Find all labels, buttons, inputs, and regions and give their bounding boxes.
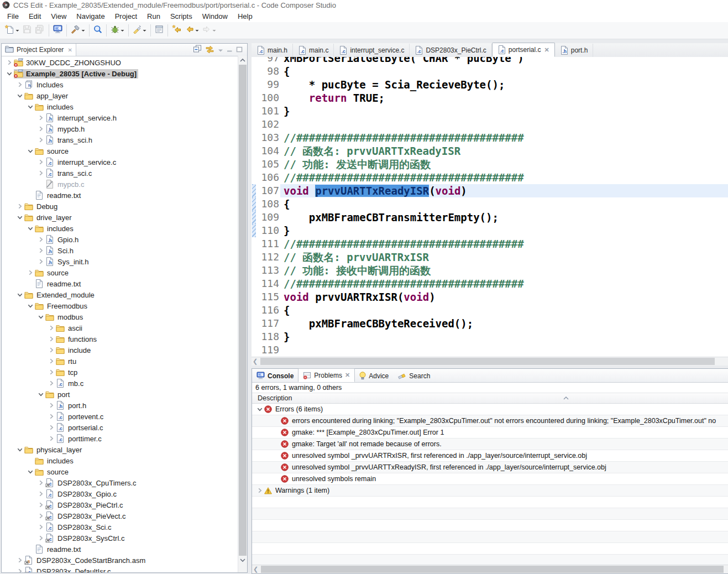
expander-closed-icon[interactable] — [36, 135, 45, 144]
line-number[interactable]: 106 — [256, 171, 279, 184]
expander-closed-icon[interactable] — [36, 534, 45, 542]
tree-item-interrupt_service.c[interactable]: .cinterrupt_service.c — [2, 156, 238, 168]
expander-closed-icon[interactable] — [36, 500, 45, 509]
tab-search[interactable]: Search — [393, 369, 434, 382]
tree-item-example_28035-active-debug-[interactable]: CCSExample_28035 [Active - Debug] — [2, 68, 238, 79]
code-line-116[interactable]: 116{ — [252, 304, 728, 317]
tree-item-source[interactable]: source — [2, 466, 238, 477]
line-number[interactable]: 99 — [256, 78, 279, 91]
code-line-115[interactable]: 115void prvvUARTRxISR(void) — [252, 290, 728, 304]
tree-item-debug[interactable]: Debug — [2, 201, 238, 212]
code-editor[interactable]: 97xMBPortSerialGetByte( CHAR * pucByte )… — [252, 57, 728, 357]
code-line-107[interactable]: 107void prvvUARTTxReadyISR(void) — [252, 184, 728, 197]
code-line-112[interactable]: 112// 函数名: prvvUARTRxISR — [252, 251, 728, 264]
problems-column-header[interactable]: Description — [252, 393, 728, 404]
expander-closed-icon[interactable] — [5, 58, 14, 67]
tree-item-source[interactable]: source — [2, 267, 238, 278]
dropdown-arrow-icon[interactable] — [121, 29, 124, 32]
tab-main.c[interactable]: .cmain.c — [293, 44, 334, 57]
code-line-108[interactable]: 108{ — [252, 197, 728, 211]
expander-closed-icon[interactable] — [26, 268, 35, 277]
tree-item-30kw_dcdc_zhongshuo[interactable]: CCS30KW_DCDC_ZHONGSHUO — [2, 57, 238, 68]
tab-project-explorer[interactable]: Project Explorer ✕ — [2, 44, 76, 56]
dropdown-arrow-icon[interactable] — [195, 29, 199, 32]
tree-item-readme.txt[interactable]: readme.txt — [2, 190, 238, 201]
expander-closed-icon[interactable] — [36, 235, 45, 244]
tree-item-dsp2803x_defaultisr.c[interactable]: .cDSP2803x_DefaultIsr.c — [2, 566, 238, 572]
problem-row[interactable]: unresolved symbol _prvvUARTTxReadyISR, f… — [252, 462, 728, 473]
save-all-button[interactable] — [34, 24, 46, 37]
save-button[interactable] — [22, 24, 33, 37]
line-number[interactable]: 109 — [256, 211, 279, 224]
code-line-100[interactable]: 100 return TRUE; — [252, 91, 728, 105]
tree-item-mb.c[interactable]: .cmb.c — [2, 378, 238, 389]
code-line-114[interactable]: 114//###################################… — [252, 277, 728, 290]
expander-closed-icon[interactable] — [47, 368, 56, 377]
tree-item-readme.txt[interactable]: readme.txt — [2, 544, 238, 555]
expander-open-icon[interactable] — [26, 301, 35, 310]
expander-closed-icon[interactable] — [36, 124, 45, 133]
expander-closed-icon[interactable] — [255, 486, 264, 495]
tree-item-drive_layer[interactable]: drive_layer — [2, 212, 238, 223]
expander-open-icon[interactable] — [5, 69, 14, 78]
line-number[interactable]: 119 — [256, 343, 279, 357]
tree-item-includes[interactable]: hIncludes — [2, 79, 238, 90]
expander-open-icon[interactable] — [15, 290, 24, 299]
expander-open-icon[interactable] — [26, 102, 35, 111]
line-number[interactable]: 111 — [256, 237, 279, 251]
problem-row[interactable]: gmake: Target 'all' not remade because o… — [252, 439, 728, 450]
line-number[interactable]: 108 — [256, 197, 279, 211]
code-line-102[interactable]: 102 — [252, 118, 728, 131]
expander-closed-icon[interactable] — [47, 423, 56, 432]
expander-closed-icon[interactable] — [47, 323, 56, 332]
tree-item-portevent.c[interactable]: .cportevent.c — [2, 411, 238, 422]
menu-run[interactable]: Run — [142, 11, 165, 22]
line-number[interactable]: 113 — [256, 264, 279, 277]
expander-closed-icon[interactable] — [36, 113, 45, 122]
tab-port.h[interactable]: .hport.h — [555, 44, 594, 57]
expander-open-icon[interactable] — [36, 312, 45, 321]
open-editor-button[interactable] — [154, 24, 165, 37]
problem-row[interactable]: Warnings (1 item) — [252, 485, 728, 497]
line-number[interactable]: 101 — [256, 105, 279, 118]
close-tab-icon[interactable]: ✕ — [544, 46, 549, 54]
expander-closed-icon[interactable] — [15, 567, 24, 572]
tree-item-includes[interactable]: includes — [2, 101, 238, 112]
tree-item-dsp2803x_sci.c[interactable]: .cDSP2803x_Sci.c — [2, 521, 238, 533]
code-line-101[interactable]: 101} — [252, 105, 728, 118]
back-button[interactable] — [184, 24, 200, 37]
close-tab-icon[interactable]: ✕ — [345, 372, 350, 379]
tree-item-sci.h[interactable]: .hSci.h — [2, 245, 238, 256]
dropdown-arrow-icon[interactable] — [81, 29, 85, 32]
line-number[interactable]: 105 — [256, 158, 279, 171]
code-line-103[interactable]: 103//###################################… — [252, 131, 728, 144]
problem-row[interactable]: Errors (6 items) — [252, 404, 728, 415]
tab-main.h[interactable]: .cmain.h — [252, 44, 293, 57]
line-number[interactable]: 112 — [256, 251, 279, 264]
line-number[interactable]: 115 — [256, 290, 279, 304]
expander-closed-icon[interactable] — [47, 346, 56, 354]
expander-closed-icon[interactable] — [47, 335, 56, 343]
tree-item-dsp2803x_cputimers.c[interactable]: .cDSP2803x_CpuTimers.c — [2, 477, 238, 488]
minimize-icon[interactable] — [227, 45, 233, 55]
expander-open-icon[interactable] — [15, 445, 24, 454]
code-line-99[interactable]: 99 * pucByte = Scia_RecieveByte(); — [252, 78, 728, 91]
code-line-104[interactable]: 104// 函数名: prvvUARTTxReadyISR — [252, 144, 728, 158]
expander-closed-icon[interactable] — [36, 478, 45, 487]
tab-problems[interactable]: Problems✕ — [298, 368, 355, 382]
line-number[interactable]: 118 — [256, 330, 279, 343]
dropdown-arrow-icon[interactable] — [212, 29, 216, 32]
expander-open-icon[interactable] — [15, 91, 24, 100]
tree-item-tcp[interactable]: tcp — [2, 367, 238, 378]
scroll-down-icon[interactable] — [238, 556, 247, 565]
tree-item-port.h[interactable]: .hport.h — [2, 400, 238, 411]
code-line-117[interactable]: 117 pxMBFrameCBByteReceived(); — [252, 317, 728, 330]
expander-open-icon[interactable] — [15, 213, 24, 222]
target-configuration-button[interactable] — [52, 24, 64, 37]
expander-closed-icon[interactable] — [47, 357, 56, 366]
line-number[interactable]: 117 — [256, 317, 279, 330]
debug-button[interactable] — [92, 24, 103, 37]
tree-item-physical_layer[interactable]: physical_layer — [2, 444, 238, 455]
code-line-111[interactable]: 111//###################################… — [252, 237, 728, 251]
tree-item-mypcb.h[interactable]: .hmypcb.h — [2, 123, 238, 134]
